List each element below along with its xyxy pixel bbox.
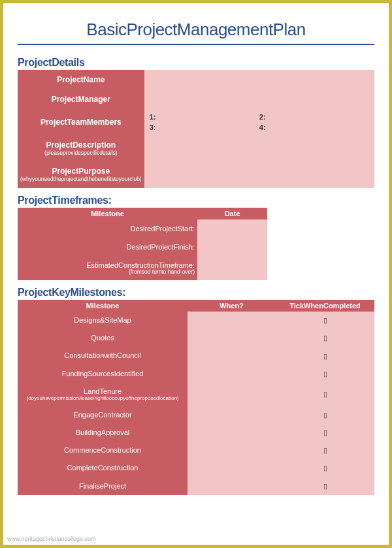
timeframe-label: DesiredProjectFinish:	[18, 238, 197, 256]
milestone-tick[interactable]: ▯	[276, 442, 374, 459]
team-members-cell[interactable]: 1: 2: 3: 4:	[144, 109, 374, 135]
milestone-tick[interactable]: ▯	[276, 383, 374, 406]
table-row: FinaliseProject ▯	[18, 477, 374, 495]
detail-label: ProjectName	[18, 70, 144, 89]
table-header-row: Milestone When? TickWhenCompleted	[18, 300, 374, 312]
col-header-tick: TickWhenCompleted	[276, 300, 374, 312]
milestone-when[interactable]	[188, 442, 276, 459]
milestone-when[interactable]	[188, 347, 276, 364]
timeframe-label: EstimatedConstructionTimeframe: (fromsod…	[18, 256, 197, 280]
milestone-tick[interactable]: ▯	[276, 406, 374, 424]
table-row: DesiredProjectStart:	[18, 219, 267, 238]
detail-value[interactable]	[144, 161, 374, 187]
table-row: CommenceConstruction ▯	[18, 442, 374, 459]
milestone-label: Quotes	[18, 329, 188, 347]
project-timeframes-table: Milestone Date DesiredProjectStart: Desi…	[18, 208, 267, 280]
milestone-label: Designs&SiteMap	[18, 312, 188, 329]
document-page: BasicProjectManagementPlan ProjectDetail…	[3, 3, 389, 545]
member-grid: 1: 2: 3: 4:	[150, 112, 369, 133]
milestone-label: FundingSourcesIdentified	[18, 365, 188, 383]
table-header-row: Milestone Date	[18, 208, 267, 219]
page-title: BasicProjectManagementPlan	[18, 20, 374, 40]
watermark: www.heritagechristiancollege.com	[7, 536, 96, 542]
milestone-label: EngageContractor	[18, 406, 188, 424]
table-row: ProjectDescription (pleaseprovidespecifi…	[18, 135, 374, 161]
table-row: LandTenure (doyouhavepermission/lease/ri…	[18, 383, 374, 406]
table-row: EngageContractor ▯	[18, 406, 374, 424]
table-row: BuildingApproval ▯	[18, 424, 374, 442]
member-slot: 2:	[259, 112, 369, 122]
detail-label: ProjectTeamMembers	[18, 109, 144, 135]
detail-value[interactable]	[144, 135, 374, 161]
milestone-tick[interactable]: ▯	[276, 424, 374, 442]
col-header-when: When?	[188, 300, 276, 312]
detail-value[interactable]	[144, 70, 374, 89]
detail-label: ProjectManager	[18, 89, 144, 109]
col-header-milestone: Milestone	[18, 300, 188, 312]
milestone-when[interactable]	[188, 406, 276, 424]
milestone-label: CommenceConstruction	[18, 442, 188, 459]
milestone-label: LandTenure (doyouhavepermission/lease/ri…	[18, 383, 188, 406]
table-row: ProjectTeamMembers 1: 2: 3: 4:	[18, 109, 374, 135]
milestone-tick[interactable]: ▯	[276, 329, 374, 347]
timeframe-label: DesiredProjectStart:	[18, 219, 197, 238]
table-row: Designs&SiteMap ▯	[18, 312, 374, 329]
milestone-tick[interactable]: ▯	[276, 312, 374, 329]
table-row: ConsultationwithCouncil ▯	[18, 347, 374, 364]
milestone-when[interactable]	[188, 459, 276, 477]
milestone-label: ConsultationwithCouncil	[18, 347, 188, 364]
milestone-label: FinaliseProject	[18, 477, 188, 495]
project-details-table: ProjectName ProjectManager ProjectTeamMe…	[18, 70, 374, 188]
milestone-tick[interactable]: ▯	[276, 459, 374, 477]
title-underline	[18, 44, 374, 45]
milestone-when[interactable]	[188, 383, 276, 406]
member-slot: 1:	[150, 112, 259, 122]
timeframe-value[interactable]	[197, 219, 267, 238]
table-row: ProjectName	[18, 70, 374, 89]
member-slot: 3:	[150, 122, 259, 133]
col-header-date: Date	[197, 208, 267, 219]
table-row: Quotes ▯	[18, 329, 374, 347]
col-header-milestone: Milestone	[18, 208, 197, 219]
table-row: ProjectPurpose (whyyouneedtheprojectandt…	[18, 161, 374, 187]
table-row: ProjectManager	[18, 89, 374, 109]
milestone-tick[interactable]: ▯	[276, 347, 374, 364]
milestone-label: BuildingApproval	[18, 424, 188, 442]
table-row: EstimatedConstructionTimeframe: (fromsod…	[18, 256, 267, 280]
member-slot: 4:	[259, 122, 369, 133]
milestone-tick[interactable]: ▯	[276, 365, 374, 383]
detail-value[interactable]	[144, 89, 374, 109]
table-row: CompleteConstruction ▯	[18, 459, 374, 477]
section-heading-milestones: ProjectKeyMilestones:	[18, 287, 374, 298]
milestone-when[interactable]	[188, 424, 276, 442]
timeframe-value[interactable]	[197, 256, 267, 280]
table-row: FundingSourcesIdentified ▯	[18, 365, 374, 383]
timeframe-value[interactable]	[197, 238, 267, 256]
section-heading-timeframes: ProjectTimeframes:	[18, 195, 374, 206]
detail-label: ProjectPurpose (whyyouneedtheprojectandt…	[18, 161, 144, 187]
milestone-when[interactable]	[188, 329, 276, 347]
table-row: DesiredProjectFinish:	[18, 238, 267, 256]
milestone-tick[interactable]: ▯	[276, 477, 374, 495]
section-heading-details: ProjectDetails	[18, 57, 374, 69]
milestone-when[interactable]	[188, 312, 276, 329]
milestone-when[interactable]	[188, 477, 276, 495]
project-key-milestones-table: Milestone When? TickWhenCompleted Design…	[18, 300, 374, 495]
detail-label: ProjectDescription (pleaseprovidespecifi…	[18, 135, 144, 161]
milestone-label: CompleteConstruction	[18, 459, 188, 477]
milestone-when[interactable]	[188, 365, 276, 383]
